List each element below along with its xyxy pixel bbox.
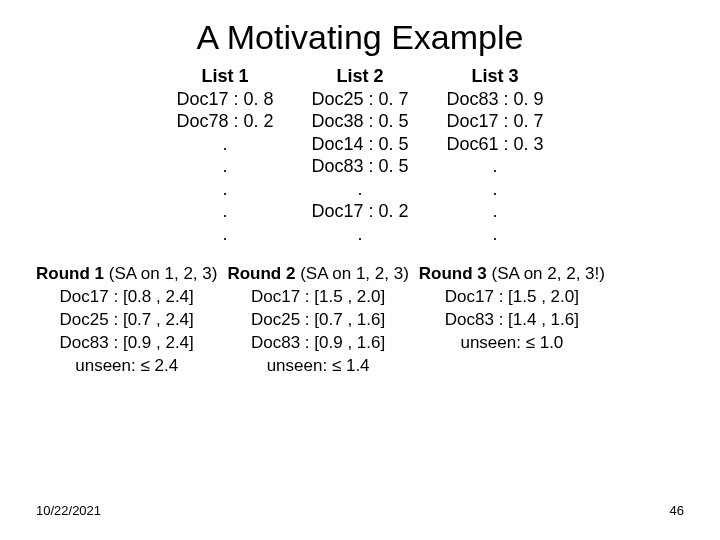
list-1-row: .	[176, 178, 273, 201]
list-2-row: Doc17 : 0. 2	[311, 200, 408, 223]
round-2: Round 2 (SA on 1, 2, 3) Doc17 : [1.5 , 2…	[227, 263, 408, 378]
list-2-row: .	[311, 178, 408, 201]
list-1-header: List 1	[176, 65, 273, 88]
list-3-row: .	[447, 178, 544, 201]
footer: 10/22/2021 46	[36, 503, 684, 518]
list-1-row: .	[176, 223, 273, 246]
round-1-header: Round 1 (SA on 1, 2, 3)	[36, 263, 217, 286]
round-3-row: Doc17 : [1.5 , 2.0]	[419, 286, 605, 309]
page-title: A Motivating Example	[0, 18, 720, 57]
list-1-row: .	[176, 200, 273, 223]
round-2-row: Doc25 : [0.7 , 1.6]	[227, 309, 408, 332]
round-2-header-rest: (SA on 1, 2, 3)	[295, 264, 408, 283]
round-2-row: Doc83 : [0.9 , 1.6]	[227, 332, 408, 355]
footer-date: 10/22/2021	[36, 503, 101, 518]
round-1-row: Doc83 : [0.9 , 2.4]	[36, 332, 217, 355]
round-3-row: unseen: ≤ 1.0	[419, 332, 605, 355]
round-2-header-bold: Round 2	[227, 264, 295, 283]
list-1-row: .	[176, 155, 273, 178]
round-3: Round 3 (SA on 2, 2, 3!) Doc17 : [1.5 , …	[419, 263, 605, 378]
round-3-header-rest: (SA on 2, 2, 3!)	[487, 264, 605, 283]
list-3-row: Doc61 : 0. 3	[447, 133, 544, 156]
list-3-row: Doc17 : 0. 7	[447, 110, 544, 133]
rounds-container: Round 1 (SA on 1, 2, 3) Doc17 : [0.8 , 2…	[36, 263, 720, 378]
round-2-row: unseen: ≤ 1.4	[227, 355, 408, 378]
round-2-row: Doc17 : [1.5 , 2.0]	[227, 286, 408, 309]
round-1-row: unseen: ≤ 2.4	[36, 355, 217, 378]
list-3-row: Doc83 : 0. 9	[447, 88, 544, 111]
lists-container: List 1 Doc17 : 0. 8 Doc78 : 0. 2 . . . .…	[0, 65, 720, 245]
round-1-header-bold: Round 1	[36, 264, 104, 283]
footer-page: 46	[670, 503, 684, 518]
list-1-row: Doc17 : 0. 8	[176, 88, 273, 111]
round-3-header-bold: Round 3	[419, 264, 487, 283]
list-3: List 3 Doc83 : 0. 9 Doc17 : 0. 7 Doc61 :…	[447, 65, 544, 245]
list-3-row: .	[447, 200, 544, 223]
list-2-row: Doc14 : 0. 5	[311, 133, 408, 156]
list-2: List 2 Doc25 : 0. 7 Doc38 : 0. 5 Doc14 :…	[311, 65, 408, 245]
round-1-row: Doc17 : [0.8 , 2.4]	[36, 286, 217, 309]
list-3-row: .	[447, 223, 544, 246]
round-3-header: Round 3 (SA on 2, 2, 3!)	[419, 263, 605, 286]
list-2-row: .	[311, 223, 408, 246]
list-1-row: Doc78 : 0. 2	[176, 110, 273, 133]
round-2-header: Round 2 (SA on 1, 2, 3)	[227, 263, 408, 286]
round-1: Round 1 (SA on 1, 2, 3) Doc17 : [0.8 , 2…	[36, 263, 217, 378]
list-2-row: Doc83 : 0. 5	[311, 155, 408, 178]
list-1-row: .	[176, 133, 273, 156]
round-3-row: Doc83 : [1.4 , 1.6]	[419, 309, 605, 332]
list-1: List 1 Doc17 : 0. 8 Doc78 : 0. 2 . . . .…	[176, 65, 273, 245]
round-1-row: Doc25 : [0.7 , 2.4]	[36, 309, 217, 332]
round-1-header-rest: (SA on 1, 2, 3)	[104, 264, 217, 283]
list-2-row: Doc25 : 0. 7	[311, 88, 408, 111]
list-3-row: .	[447, 155, 544, 178]
list-2-header: List 2	[311, 65, 408, 88]
list-2-row: Doc38 : 0. 5	[311, 110, 408, 133]
list-3-header: List 3	[447, 65, 544, 88]
